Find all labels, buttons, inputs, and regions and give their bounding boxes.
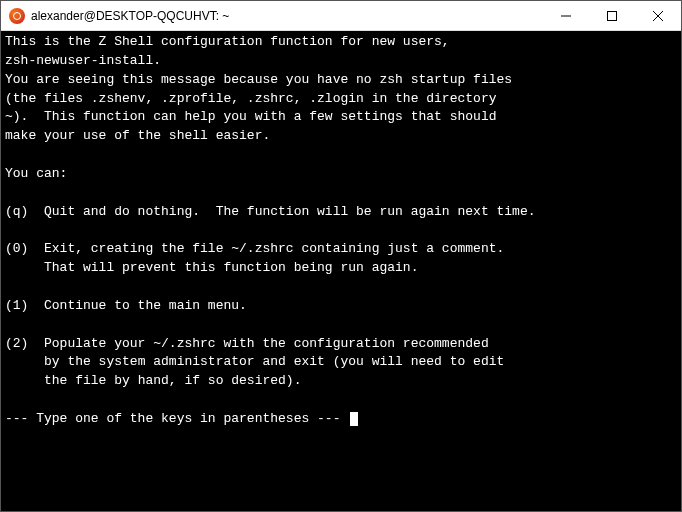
terminal-line: (1) Continue to the main menu. [5, 298, 247, 313]
terminal-line: make your use of the shell easier. [5, 128, 270, 143]
terminal-line: ~). This function can help you with a fe… [5, 109, 496, 124]
terminal-line: (0) Exit, creating the file ~/.zshrc con… [5, 241, 504, 256]
terminal-line: zsh-newuser-install. [5, 53, 161, 68]
window-title: alexander@DESKTOP-QQCUHVT: ~ [31, 9, 543, 23]
ubuntu-icon [9, 8, 25, 24]
titlebar[interactable]: alexander@DESKTOP-QQCUHVT: ~ [1, 1, 681, 31]
terminal-content[interactable]: This is the Z Shell configuration functi… [1, 31, 681, 511]
maximize-button[interactable] [589, 1, 635, 30]
terminal-line: This is the Z Shell configuration functi… [5, 34, 450, 49]
terminal-prompt: --- Type one of the keys in parentheses … [5, 411, 348, 426]
minimize-button[interactable] [543, 1, 589, 30]
svg-rect-1 [608, 11, 617, 20]
terminal-line: (the files .zshenv, .zprofile, .zshrc, .… [5, 91, 496, 106]
window-controls [543, 1, 681, 30]
close-button[interactable] [635, 1, 681, 30]
terminal-line: by the system administrator and exit (yo… [5, 354, 504, 369]
terminal-line: You are seeing this message because you … [5, 72, 512, 87]
cursor-icon [350, 412, 358, 426]
terminal-line: You can: [5, 166, 67, 181]
terminal-line: (2) Populate your ~/.zshrc with the conf… [5, 336, 489, 351]
terminal-line: (q) Quit and do nothing. The function wi… [5, 204, 536, 219]
terminal-line: the file by hand, if so desired). [5, 373, 301, 388]
terminal-line: That will prevent this function being ru… [5, 260, 418, 275]
terminal-window: alexander@DESKTOP-QQCUHVT: ~ This is the… [0, 0, 682, 512]
